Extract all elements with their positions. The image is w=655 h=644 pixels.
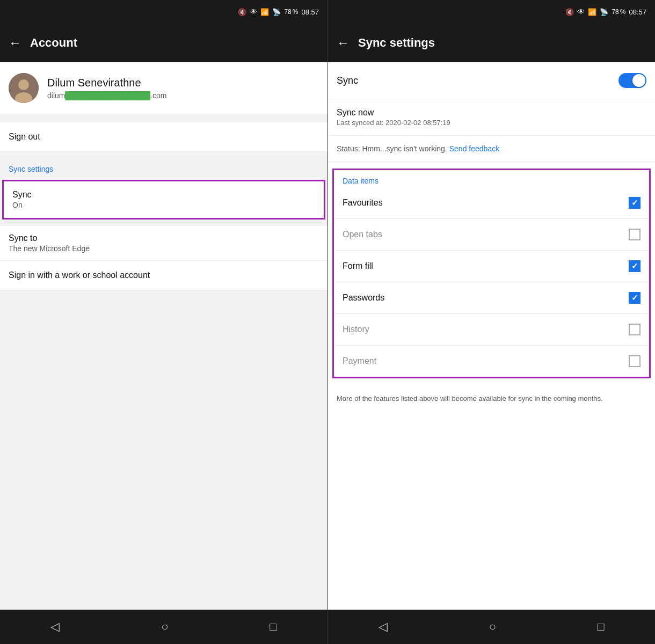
svg-point-1 xyxy=(18,79,29,90)
data-items-section: Data items Favourites ✓ Open tabs Form f… xyxy=(332,169,651,378)
right-phone: 🔇 👁 📶 📡 78% 08:57 ← Sync settings Sync S… xyxy=(328,0,655,644)
work-account-item[interactable]: Sign in with a work or school account xyxy=(0,261,328,290)
footer-note: More of the features listed above will b… xyxy=(328,385,655,413)
payment-row[interactable]: Payment xyxy=(334,346,649,377)
sign-out-item[interactable]: Sign out xyxy=(0,122,328,152)
wifi-icon: 📶 xyxy=(260,8,269,16)
left-status-bar: 🔇 👁 📶 📡 78% 08:57 xyxy=(0,0,328,24)
open-tabs-checkbox[interactable] xyxy=(629,229,641,240)
form-fill-row[interactable]: Form fill ✓ xyxy=(334,251,649,282)
right-wifi-icon: 📶 xyxy=(588,8,596,16)
right-time-display: 08:57 xyxy=(629,8,646,16)
right-status-icons: 🔇 👁 📶 📡 78% 08:57 xyxy=(565,8,646,16)
sync-to-item[interactable]: Sync to The new Microsoft Edge xyxy=(0,226,328,261)
data-items-label: Data items xyxy=(334,170,649,187)
sync-now-row[interactable]: Sync now Last synced at: 2020-02-02 08:5… xyxy=(328,99,655,136)
sync-now-title: Sync now xyxy=(337,108,646,118)
open-tabs-row[interactable]: Open tabs xyxy=(334,219,649,251)
passwords-checkbox[interactable]: ✓ xyxy=(629,292,641,304)
favourites-checkbox[interactable]: ✓ xyxy=(629,197,641,209)
mute-icon: 🔇 xyxy=(238,8,246,16)
open-tabs-label: Open tabs xyxy=(343,230,382,239)
status-text: Status: Hmm...sync isn't working. xyxy=(337,144,447,153)
status-row: Status: Hmm...sync isn't working. Send f… xyxy=(328,136,655,162)
payment-checkbox[interactable] xyxy=(629,355,641,367)
back-nav-icon[interactable]: ◁ xyxy=(50,620,60,634)
profile-section: Dilum Senevirathne dilum████████████████… xyxy=(0,62,328,114)
profile-name: Dilum Senevirathne xyxy=(47,77,167,89)
right-battery-icon: 78% xyxy=(612,8,625,16)
time-display: 08:57 xyxy=(301,8,319,16)
toggle-knob xyxy=(632,74,645,87)
home-nav-icon[interactable]: ○ xyxy=(161,620,168,634)
right-back-button[interactable]: ← xyxy=(337,35,350,50)
sync-content: Sync Sync now Last synced at: 2020-02-02… xyxy=(328,62,655,610)
sync-status: On xyxy=(12,201,315,209)
status-icons: 🔇 👁 📶 📡 78% 08:57 xyxy=(238,8,319,16)
avatar xyxy=(9,73,39,103)
form-fill-checkbox[interactable]: ✓ xyxy=(629,260,641,272)
account-content: Dilum Senevirathne dilum████████████████… xyxy=(0,62,328,610)
passwords-label: Passwords xyxy=(343,293,384,303)
recent-nav-icon[interactable]: □ xyxy=(270,620,276,634)
history-row[interactable]: History xyxy=(334,314,649,346)
passwords-check-icon: ✓ xyxy=(631,293,638,303)
right-back-nav-icon[interactable]: ◁ xyxy=(379,620,388,634)
sync-to-subtitle: The new Microsoft Edge xyxy=(9,244,319,253)
passwords-row[interactable]: Passwords ✓ xyxy=(334,282,649,314)
left-phone: 🔇 👁 📶 📡 78% 08:57 ← Account xyxy=(0,0,328,644)
form-fill-label: Form fill xyxy=(343,261,373,271)
history-checkbox[interactable] xyxy=(629,324,641,335)
sync-title: Sync xyxy=(12,190,315,200)
sync-toggle-row: Sync xyxy=(328,62,655,99)
avatar-image xyxy=(9,73,39,103)
sync-highlighted-item[interactable]: Sync On xyxy=(2,180,325,219)
avatar-svg xyxy=(9,73,39,103)
right-recent-nav-icon[interactable]: □ xyxy=(597,620,604,634)
spacer-1 xyxy=(0,118,328,122)
payment-label: Payment xyxy=(343,356,376,366)
right-home-nav-icon[interactable]: ○ xyxy=(489,620,496,634)
right-nav-bar: ◁ ○ □ xyxy=(328,610,655,644)
right-mute-icon: 🔇 xyxy=(565,8,574,16)
left-top-bar: ← Account xyxy=(0,24,328,62)
history-label: History xyxy=(343,325,369,334)
right-top-bar: ← Sync settings xyxy=(328,24,655,62)
spacer-3 xyxy=(0,222,328,226)
favourites-label: Favourites xyxy=(343,198,383,208)
form-fill-check-icon: ✓ xyxy=(631,261,638,271)
sync-toggle-label: Sync xyxy=(337,75,358,86)
sync-settings-label: Sync settings xyxy=(0,156,328,178)
page-title: Account xyxy=(30,36,77,50)
signal-icon: 📡 xyxy=(272,8,281,16)
right-page-title: Sync settings xyxy=(358,36,435,50)
right-eye-icon: 👁 xyxy=(577,8,585,16)
sync-to-title: Sync to xyxy=(9,233,319,243)
spacer-2 xyxy=(0,152,328,156)
send-feedback-link[interactable]: Send feedback xyxy=(449,144,499,153)
check-icon: ✓ xyxy=(631,198,638,208)
profile-info: Dilum Senevirathne dilum████████████████… xyxy=(47,77,167,100)
right-status-bar: 🔇 👁 📶 📡 78% 08:57 xyxy=(328,0,655,24)
left-nav-bar: ◁ ○ □ xyxy=(0,610,328,644)
eye-icon: 👁 xyxy=(250,8,257,16)
back-button[interactable]: ← xyxy=(9,35,21,50)
sync-now-subtitle: Last synced at: 2020-02-02 08:57:19 xyxy=(337,119,646,127)
right-signal-icon: 📡 xyxy=(600,8,608,16)
sync-toggle[interactable] xyxy=(618,73,646,88)
profile-email: dilum████████████████.com xyxy=(47,91,167,100)
favourites-row[interactable]: Favourites ✓ xyxy=(334,187,649,219)
battery-icon: 78% xyxy=(284,8,298,16)
